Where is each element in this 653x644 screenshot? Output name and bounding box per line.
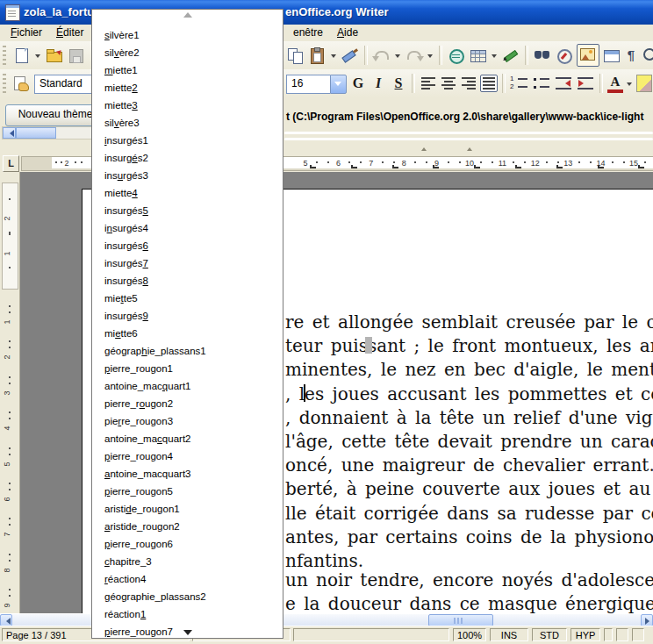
new-document-button[interactable]	[12, 46, 32, 65]
align-left-button[interactable]	[420, 75, 437, 92]
find-replace-button[interactable]	[533, 46, 552, 65]
gallery-resize-handle[interactable]	[428, 144, 465, 150]
bold-button[interactable]: G	[349, 73, 367, 94]
bullet-list-button[interactable]	[532, 75, 551, 92]
dropdown-item[interactable]: miette5	[92, 290, 283, 307]
styles-formatting-button[interactable]	[12, 74, 32, 93]
dropdown-item[interactable]: insurgés8	[92, 272, 283, 290]
gallery-button[interactable]	[577, 44, 599, 67]
new-theme-button[interactable]: Nouveau thème	[5, 104, 105, 126]
save-button[interactable]	[67, 46, 86, 65]
dropdown-item[interactable]: pierre_rougon5	[92, 483, 283, 500]
paste-button[interactable]	[308, 46, 327, 65]
dropdown-item[interactable]: antoine_macquart1	[92, 377, 283, 395]
hyperlink-button[interactable]	[447, 46, 466, 65]
scrollbar-thumb[interactable]	[428, 614, 493, 626]
toolbar-grip[interactable]	[3, 46, 6, 65]
menu-item-aide[interactable]: Aide	[330, 25, 365, 41]
font-color-button[interactable]: A	[607, 74, 623, 93]
ruler-tick	[546, 161, 548, 163]
paste-dropdown-arrow[interactable]	[330, 46, 338, 65]
status-zoom[interactable]: 100%	[453, 628, 486, 641]
gallery-scroll-left-arrow-icon[interactable]	[3, 127, 16, 139]
draw-functions-button[interactable]	[501, 46, 520, 65]
font-size-combo[interactable]: 16	[286, 75, 347, 92]
font-size-dropdown-arrow[interactable]	[330, 75, 347, 94]
format-paintbrush-button[interactable]	[341, 46, 360, 65]
document-text-line: l'âge, cette tête devait prendre un cara…	[285, 431, 653, 452]
menu-item-fichier[interactable]: Fichier	[4, 25, 49, 41]
undo-dropdown-arrow[interactable]	[394, 46, 402, 65]
scroll-up-arrow-icon[interactable]	[183, 12, 192, 18]
dropdown-item[interactable]: géographie_plassans1	[92, 342, 283, 360]
dropdown-item[interactable]: insurgés6	[92, 237, 283, 254]
autotext-dropdown-list[interactable]: silvère1silvère2miette1miette2miette3sil…	[91, 9, 283, 639]
menu-item-enêtre[interactable]: enêtre	[286, 25, 330, 41]
copy-button[interactable]	[286, 46, 305, 65]
zoom-button[interactable]	[641, 46, 653, 65]
status-hyperlink-mode[interactable]: HYP	[570, 628, 600, 641]
underline-button[interactable]: S	[390, 73, 407, 94]
dropdown-item[interactable]: antoine_macquart3	[92, 465, 283, 483]
align-center-button[interactable]	[440, 75, 457, 92]
toolbar-grip[interactable]	[3, 74, 6, 93]
table-dropdown-arrow[interactable]	[491, 46, 499, 65]
dropdown-item[interactable]: insurgés5	[92, 202, 283, 219]
dropdown-item[interactable]: insurgés3	[92, 167, 283, 184]
dropdown-item[interactable]: insurgés2	[92, 149, 283, 167]
nonprinting-characters-button[interactable]: ¶	[624, 46, 638, 65]
dropdown-item[interactable]: aristide_rougon2	[92, 518, 283, 535]
dropdown-item[interactable]: insurgés4	[92, 219, 283, 237]
status-selection-mode[interactable]: STD	[532, 628, 567, 641]
status-insert-mode[interactable]: INS	[490, 628, 528, 641]
font-color-dropdown-arrow[interactable]	[626, 74, 634, 93]
dropdown-item[interactable]: chapitre_3	[92, 553, 283, 570]
dropdown-item[interactable]: aristide_rougon1	[92, 500, 283, 518]
scroll-left-arrow-icon[interactable]	[0, 614, 12, 626]
dropdown-item[interactable]: insurgés1	[92, 132, 283, 149]
align-right-button[interactable]	[460, 75, 477, 92]
gallery-scrollbar-thumb[interactable]	[16, 127, 56, 139]
dropdown-item[interactable]: silvère3	[92, 114, 283, 132]
dropdown-item[interactable]: antoine_macquart2	[92, 430, 283, 447]
data-sources-button[interactable]	[602, 46, 621, 65]
vertical-ruler[interactable]: 21123456789	[0, 172, 20, 613]
redo-dropdown-arrow[interactable]	[427, 46, 434, 65]
decrease-indent-button[interactable]	[554, 75, 573, 92]
dropdown-item[interactable]: silvère1	[92, 26, 283, 44]
magnifier-icon	[643, 48, 653, 61]
ruler-tick	[9, 454, 11, 455]
font-size-value[interactable]: 16	[286, 75, 330, 94]
dropdown-item[interactable]: insurgés7	[92, 254, 283, 272]
tab-selector-button[interactable]: L	[3, 155, 19, 172]
increase-indent-button[interactable]	[576, 75, 595, 92]
dropdown-item[interactable]: réaction1	[92, 605, 283, 623]
insert-table-button[interactable]	[469, 46, 488, 65]
dropdown-item[interactable]: silvère2	[92, 44, 283, 61]
numbered-list-button[interactable]	[510, 75, 529, 92]
menu-item-éditer[interactable]: Éditer	[49, 25, 90, 41]
dropdown-item[interactable]: miette4	[92, 184, 283, 202]
scroll-down-arrow-icon[interactable]	[183, 630, 192, 635]
dropdown-item[interactable]: miette2	[92, 79, 283, 97]
new-document-dropdown-arrow[interactable]	[34, 46, 42, 65]
dropdown-item[interactable]: pierre_rougon3	[92, 412, 283, 430]
dropdown-item[interactable]: miette3	[92, 97, 283, 114]
dropdown-item[interactable]: géographie_plassans2	[92, 588, 283, 605]
undo-button[interactable]	[372, 46, 391, 65]
justify-button[interactable]	[480, 75, 498, 92]
dropdown-item[interactable]: pierre_rougon2	[92, 395, 283, 412]
scroll-right-arrow-icon[interactable]	[641, 614, 653, 626]
dropdown-item[interactable]: pierre_rougon1	[92, 360, 283, 377]
dropdown-item[interactable]: miette6	[92, 325, 283, 342]
dropdown-item[interactable]: miette1	[92, 61, 283, 79]
open-button[interactable]	[45, 46, 64, 65]
redo-button[interactable]	[405, 46, 424, 65]
italic-button[interactable]: I	[370, 73, 387, 94]
dropdown-item[interactable]: pierre_rougon6	[92, 535, 283, 553]
dropdown-item[interactable]: réaction4	[92, 570, 283, 588]
dropdown-item[interactable]: insurgés9	[92, 307, 283, 325]
dropdown-item[interactable]: pierre_rougon4	[92, 447, 283, 465]
highlighting-button[interactable]	[636, 75, 652, 92]
navigator-button[interactable]	[555, 46, 574, 65]
